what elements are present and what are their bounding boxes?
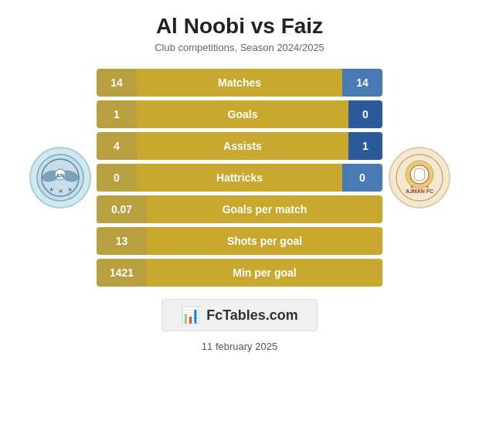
svg-text:★: ★ — [48, 186, 53, 193]
stat-row-goals-per-match: 0.07 Goals per match — [97, 195, 382, 223]
stat-right-matches: 14 — [342, 69, 382, 97]
team-logo-right: AJMAN FC ★ ★ — [382, 147, 456, 209]
stat-right-goals: 0 — [348, 100, 382, 128]
date-label: 11 february 2025 — [202, 341, 277, 352]
stat-row-matches: 14 Matches 14 — [97, 69, 382, 97]
stat-left-hattricks: 0 — [97, 164, 137, 192]
fctables-text: FcTables.com — [206, 307, 298, 324]
stat-row-hattricks: 0 Hattricks 0 — [97, 164, 382, 192]
stat-right-hattricks: 0 — [342, 164, 382, 192]
page-title: Al Noobi vs Faiz — [156, 14, 323, 39]
stat-row-shots-per-goal: 13 Shots per goal — [97, 227, 382, 255]
fctables-banner: 📊 FcTables.com — [161, 299, 318, 331]
logo-circle-right: AJMAN FC ★ ★ — [389, 147, 450, 209]
page-subtitle: Club competitions, Season 2024/2025 — [155, 42, 324, 53]
svg-text:★: ★ — [409, 184, 414, 189]
stat-row-goals: 1 Goals 0 — [97, 100, 382, 128]
svg-text:AJMAN FC: AJMAN FC — [405, 188, 433, 194]
al-noobi-logo-svg: AN ★ ★ ★ — [36, 153, 85, 202]
stat-left-assists: 4 — [97, 132, 137, 160]
svg-text:★: ★ — [425, 184, 430, 189]
stat-label-goals-per-match: Goals per match — [147, 195, 382, 223]
chart-icon: 📊 — [181, 306, 200, 324]
stat-right-assists: 1 — [348, 132, 382, 160]
page: Al Noobi vs Faiz Club competitions, Seas… — [0, 0, 479, 448]
stat-left-shots-per-goal: 13 — [97, 227, 147, 255]
stat-left-min-per-goal: 1421 — [97, 259, 147, 287]
faiz-logo-svg: AJMAN FC ★ ★ — [395, 153, 444, 202]
stat-label-assists: Assists — [137, 132, 348, 160]
stat-label-min-per-goal: Min per goal — [147, 259, 382, 287]
stat-label-shots-per-goal: Shots per goal — [147, 227, 382, 255]
logo-circle-left: AN ★ ★ ★ — [29, 147, 91, 209]
stat-left-goals: 1 — [97, 100, 137, 128]
svg-text:AN: AN — [56, 172, 65, 179]
svg-text:★: ★ — [57, 188, 63, 195]
stat-left-matches: 14 — [97, 69, 137, 97]
team-logo-left: AN ★ ★ ★ — [23, 147, 97, 209]
stats-container: 14 Matches 14 1 Goals 0 4 Assists 1 0 Ha… — [97, 69, 382, 287]
stat-label-hattricks: Hattricks — [137, 164, 342, 192]
stat-row-assists: 4 Assists 1 — [97, 132, 382, 160]
stat-left-goals-per-match: 0.07 — [97, 195, 147, 223]
svg-text:★: ★ — [66, 186, 72, 193]
stat-label-goals: Goals — [137, 100, 348, 128]
main-content: AN ★ ★ ★ 14 Matches 14 1 Goals 0 — [8, 69, 471, 287]
stat-row-min-per-goal: 1421 Min per goal — [97, 259, 382, 287]
stat-label-matches: Matches — [137, 69, 342, 97]
